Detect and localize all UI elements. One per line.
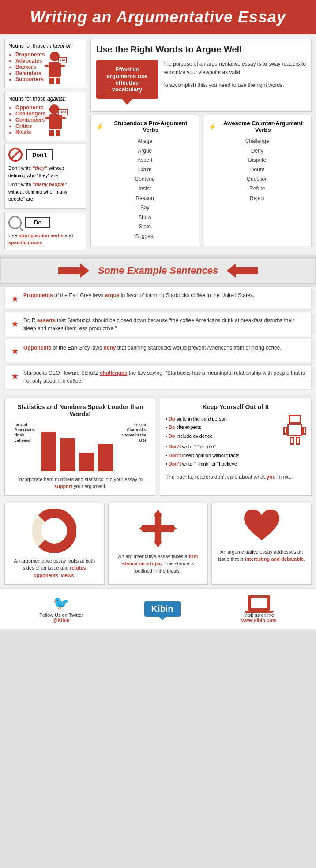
svg-rect-3 xyxy=(155,513,161,544)
stats-title: Statistics and Numbers Speak Louder than… xyxy=(10,403,150,417)
footer: 🐦 Follow Us on Twitter @Kibin Kibin Visi… xyxy=(0,588,316,629)
twitter-link[interactable]: @Kibin xyxy=(53,618,70,623)
keep-content: • Do write in the third person • Do cite… xyxy=(166,415,306,469)
list-item: Proponents xyxy=(15,52,45,58)
pro-verbs-list: Allege Argue Assert Claim Contend Insist… xyxy=(95,137,195,242)
page-header: Writing an Argumentative Essay xyxy=(0,0,316,34)
list-item: Question xyxy=(208,175,307,184)
svg-point-1 xyxy=(37,513,72,548)
list-item: Say xyxy=(95,203,195,213)
arrow-rect-left xyxy=(58,267,80,274)
list-item: Opponents xyxy=(15,104,46,111)
list-item: Doubt xyxy=(208,165,307,175)
footer-visit[interactable]: Visit us online www.kibin.com xyxy=(241,595,277,623)
bar-4 xyxy=(98,444,113,471)
dont-rule1: Don't write "they" without defining who … xyxy=(8,164,82,179)
list-item: Claim xyxy=(95,165,195,175)
list-item: State xyxy=(95,222,195,232)
list-item: Defenders xyxy=(15,70,45,76)
keep-do-2: • Do cite experts xyxy=(166,423,280,432)
sentence-row-3: ★ Opponents of the Earl Grey laws deny t… xyxy=(4,339,312,362)
bar-annotation-right: 12,973 Starbucks Stores in the US! xyxy=(117,423,146,443)
keep-figure xyxy=(284,415,306,469)
sentence-text-1: Proponents of the Earl Grey laws argue i… xyxy=(23,291,254,299)
do-header: Do xyxy=(8,216,82,229)
no-sign-icon xyxy=(8,148,23,162)
bottom-box-3: An argumentative essay addresses an issu… xyxy=(211,503,312,585)
counter-verbs-list: Challenge Deny Dispute Doubt Question Re… xyxy=(208,137,307,203)
list-item: Suggest xyxy=(95,232,195,242)
list-item: Advocates xyxy=(15,58,45,64)
search-icon xyxy=(8,216,22,229)
section1: Nouns for those in favor of: Proponents … xyxy=(0,34,316,255)
bar-3 xyxy=(79,453,94,471)
left-arrow-group xyxy=(58,264,89,278)
example-banner: Some Example Sentences xyxy=(0,257,316,284)
nouns-against-list: Opponents Challengers Contenders Critics… xyxy=(8,104,46,135)
list-item: Dispute xyxy=(208,156,307,165)
verbs-row: ⚡ Stupendous Pro-Argument Verbs Allege A… xyxy=(90,115,312,246)
list-item: Challengers xyxy=(15,111,46,117)
footer-visit-text: Visit us online www.kibin.com xyxy=(241,612,277,623)
arrow-head-left xyxy=(227,264,236,278)
example-banner-title: Some Example Sentences xyxy=(98,265,218,276)
list-item: Assert xyxy=(95,156,195,165)
list-item: Critics xyxy=(15,123,46,129)
website-link[interactable]: www.kibin.com xyxy=(241,618,277,623)
bottom-three: An argumentative essay looks at both sid… xyxy=(0,499,316,589)
bar-2 xyxy=(60,438,75,471)
figure-ya: YA! xyxy=(49,52,61,84)
figure-no: NO! xyxy=(49,104,62,136)
do-box: Do Use strong action verbs and specific … xyxy=(4,212,86,250)
list-item: Show xyxy=(95,213,195,223)
heart-svg xyxy=(242,509,282,544)
nouns-favor-list: Proponents Advocates Backers Defenders S… xyxy=(8,52,45,82)
keep-dont-3: • Don't write "I think" or "I believe" xyxy=(166,460,280,469)
nouns-favor-title: Nouns for those in favor of: xyxy=(8,43,82,49)
cross-arrow-icon xyxy=(138,509,178,548)
sentence-text-3: Opponents of the Earl Grey laws deny tha… xyxy=(23,344,282,352)
arrow-head-right xyxy=(80,264,89,278)
stats-keep-row: Statistics and Numbers Speak Louder than… xyxy=(0,394,316,499)
lightning-icon: ⚡ xyxy=(95,123,104,131)
keep-dont-2: • Don't insert opinion without facts xyxy=(166,451,280,460)
list-item: Contend xyxy=(95,175,195,184)
nouns-against-content: Opponents Challengers Contenders Critics… xyxy=(8,104,82,136)
right-column: Use the Right Words to Argue Well Effect… xyxy=(90,39,312,250)
argue-well-inner: Effective arguments use effective vocabu… xyxy=(96,60,306,106)
star-icon-2: ★ xyxy=(11,317,19,330)
list-item: Allege xyxy=(95,137,195,146)
list-item: Backers xyxy=(15,64,45,70)
pro-verbs-title: ⚡ Stupendous Pro-Argument Verbs xyxy=(95,120,195,133)
list-item: Insist xyxy=(95,184,195,194)
pro-verbs-box: ⚡ Stupendous Pro-Argument Verbs Allege A… xyxy=(90,115,199,246)
keep-box: Keep Yourself Out of It • Do write in th… xyxy=(160,398,312,496)
left-column: Nouns for those in favor of: Proponents … xyxy=(4,39,86,250)
footer-twitter[interactable]: 🐦 Follow Us on Twitter @Kibin xyxy=(39,595,83,623)
keep-do-1: • Do write in the third person xyxy=(166,415,280,424)
nouns-favor-box: Nouns for those in favor of: Proponents … xyxy=(4,39,86,88)
list-item: Contenders xyxy=(15,117,46,123)
keep-caption: The truth is, readers don't care about w… xyxy=(166,473,306,481)
stats-box: Statistics and Numbers Speak Louder than… xyxy=(4,398,156,496)
lightning-icon-2: ⚡ xyxy=(208,123,217,131)
sentence-text-2: Dr. R asserts that Starbucks should be c… xyxy=(23,317,305,332)
arrow-rect-right xyxy=(236,267,258,274)
list-item: Deny xyxy=(208,146,307,156)
star-icon-3: ★ xyxy=(11,344,19,358)
counter-verbs-box: ⚡ Awesome Counter-Argument Verbs Challen… xyxy=(203,115,312,246)
donut-svg xyxy=(32,509,76,553)
right-arrow-group xyxy=(227,264,258,278)
bottom-box-2: An argumentative essay takes a firm stan… xyxy=(108,503,208,585)
keep-title: Keep Yourself Out of It xyxy=(166,403,306,410)
sentence-row-2: ★ Dr. R asserts that Starbucks should be… xyxy=(4,312,312,337)
donut-chart xyxy=(32,509,76,553)
sentences-section: ★ Proponents of the Earl Grey laws argue… xyxy=(0,287,316,394)
dont-header: Don't xyxy=(8,148,82,162)
star-icon-1: ★ xyxy=(11,292,19,305)
list-item: Reason xyxy=(95,194,195,204)
bar-chart-area: 80% of Americans drink caffeine! 12,973 … xyxy=(15,423,146,471)
footer-twitter-text: Follow Us on Twitter @Kibin xyxy=(39,612,83,623)
do-text: Use strong action verbs and specific nou… xyxy=(8,232,82,246)
stats-caption: Incorporate hard numbers and statistics … xyxy=(10,476,150,490)
